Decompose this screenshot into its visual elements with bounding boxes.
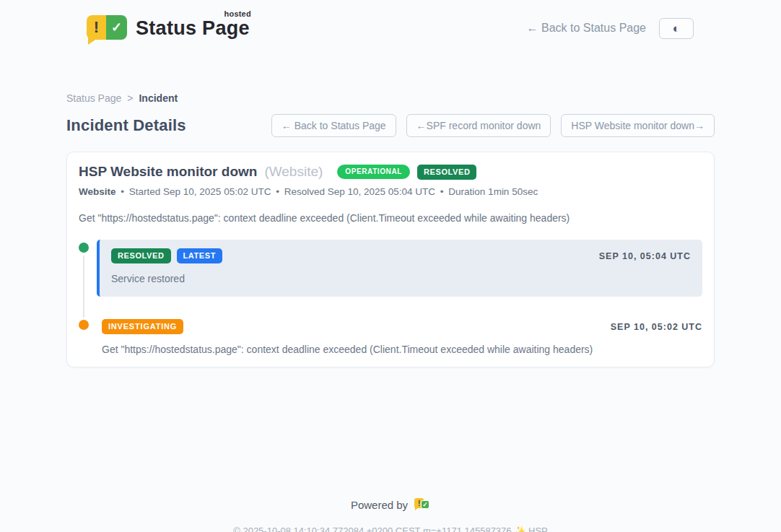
meta-separator: • [121,186,124,197]
incident-card-header: HSP Website monitor down (Website) OPERA… [79,164,702,180]
back-to-status-button[interactable]: ← Back to Status Page [271,114,396,137]
app-header: ! ✓ Status Page hosted ← Back to Status … [0,0,781,55]
breadcrumb-status-page[interactable]: Status Page [66,92,121,104]
powered-by-row: Powered by ! ✓ [0,497,781,512]
timeline-message: Service restored [111,273,691,284]
incident-card: HSP Website monitor down (Website) OPERA… [66,152,715,367]
brand-logo[interactable]: ! ✓ Status Page hosted [87,12,250,44]
prev-button-label: SPF record monitor down [427,120,541,131]
brand-logo-icon: ! ✓ [87,12,127,44]
meta-duration: Duration 1min 50sec [448,186,538,197]
latest-badge: LATEST [177,248,223,263]
check-icon: ✓ [106,15,127,40]
breadcrumb-incident: Incident [139,92,178,104]
back-to-status-link[interactable]: ← Back to Status Page [527,22,646,35]
resolved-badge: RESOLVED [111,248,171,263]
page-footer: Powered by ! ✓ © 2025-10-08 14:10:34.772… [0,497,781,532]
breadcrumb: Status Page > Incident [66,92,715,104]
timeline-message: Get "https://hostedstatus.page": context… [102,344,702,355]
investigating-badge: INVESTIGATING [102,319,183,334]
check-icon: ✓ [421,500,429,509]
timeline-timestamp: SEP 10, 05:04 UTC [599,251,691,261]
half-circle-icon: ◐ [673,22,680,35]
copyright-text: © 2025-10-08 14:10:34.772084 +0200 CEST … [0,526,781,532]
timeline-update-box: RESOLVED LATEST SEP 10, 05:04 UTC Servic… [97,240,702,297]
hosted-superscript: hosted [224,9,251,18]
title-row: Incident Details ← Back to Status Page ←… [66,114,715,137]
brand-name-label: Status Page [136,17,250,39]
footer-logo-icon[interactable]: ! ✓ [414,497,430,512]
breadcrumb-separator: > [127,92,133,104]
exclaim-icon: ! [87,15,106,40]
resolved-badge: RESOLVED [417,165,477,180]
meta-separator: • [276,186,279,197]
arrow-left-icon: ← [282,120,292,131]
header-right: ← Back to Status Page ◐ [527,18,694,39]
meta-started: Started Sep 10, 2025 05:02 UTC [129,186,271,197]
powered-by-text: Powered by [351,499,408,511]
incident-meta: Website • Started Sep 10, 2025 05:02 UTC… [79,186,702,197]
timeline-connector [83,256,84,325]
brand-name: Status Page hosted [136,17,250,40]
prev-incident-button[interactable]: ←SPF record monitor down [406,114,551,137]
meta-resolved: Resolved Sep 10, 2025 05:04 UTC [284,186,435,197]
incident-scope: (Website) [264,164,323,180]
timeline-item: RESOLVED LATEST SEP 10, 05:04 UTC Servic… [79,240,702,297]
timeline-timestamp: SEP 10, 05:02 UTC [611,322,702,332]
logo-tail [415,507,419,510]
next-button-label: HSP Website monitor down [571,120,694,131]
timeline-item: INVESTIGATING SEP 10, 05:02 UTC Get "htt… [79,319,702,355]
timeline-update-header: INVESTIGATING SEP 10, 05:02 UTC [102,319,702,334]
arrow-left-icon: ← [416,120,427,131]
timeline-update-header: RESOLVED LATEST SEP 10, 05:04 UTC [111,248,691,263]
incident-title: HSP Website monitor down [79,164,257,180]
meta-separator: • [440,186,444,197]
timeline-dot-investigating [79,320,89,330]
timeline-update-plain: INVESTIGATING SEP 10, 05:02 UTC Get "htt… [102,319,702,355]
theme-toggle-button[interactable]: ◐ [659,18,694,39]
back-link-label: Back to Status Page [541,22,646,34]
page-title: Incident Details [66,116,186,135]
incident-description: Get "https://hostedstatus.page": context… [79,212,702,224]
back-button-label: Back to Status Page [294,120,386,131]
timeline-dot-resolved [79,243,89,253]
arrow-right-icon: → [694,120,704,131]
main-content: Status Page > Incident Incident Details … [66,92,715,367]
logo-tail [88,38,97,45]
next-incident-button[interactable]: HSP Website monitor down→ [561,114,715,137]
timeline-badges: RESOLVED LATEST [111,248,222,263]
service-name: Website [79,186,116,197]
incident-nav-buttons: ← Back to Status Page ←SPF record monito… [271,114,715,137]
incident-timeline: RESOLVED LATEST SEP 10, 05:04 UTC Servic… [79,240,702,355]
arrow-left-icon: ← [527,22,538,34]
operational-badge: OPERATIONAL [337,165,410,179]
